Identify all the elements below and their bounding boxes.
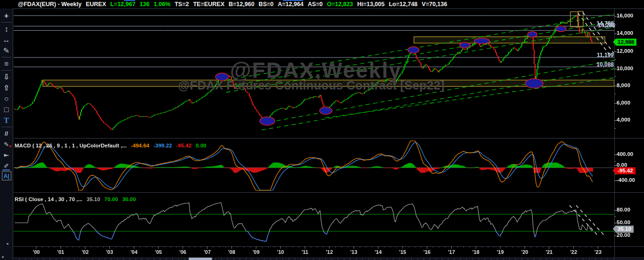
rsi-axis-label: 20.00 <box>617 232 630 238</box>
crosshair-tool[interactable]: + <box>1 10 12 21</box>
price-axis-label: 14,000 <box>617 30 633 36</box>
toolbar-separator <box>1 57 12 57</box>
price-level-label: 10,088 <box>589 61 614 68</box>
badge-pointer <box>613 39 616 45</box>
badge-pointer <box>613 167 616 174</box>
year-label: '00 <box>33 249 40 255</box>
label-tool[interactable]: A| <box>2 171 11 180</box>
titlebar-field-0: @FDAX(EUR) - Weekly <box>18 1 82 8</box>
rsi-study-label-part-3: 30.00 <box>122 196 136 202</box>
blue-underline <box>2 170 10 171</box>
macd-axis-value-badge: -95.42 <box>616 167 636 174</box>
arrow-up-tool[interactable]: ⇧ <box>1 82 12 93</box>
trading-app-window: @FDAX(EUR) - WeeklyEUREXL=12,9671361.06%… <box>0 0 644 260</box>
year-label: '23 <box>594 249 602 255</box>
year-label: '04 <box>131 249 138 255</box>
chart-canvas[interactable] <box>0 0 644 260</box>
rsi-axis-label: 50.00 <box>617 219 630 225</box>
price-axis-tick <box>614 16 617 16</box>
year-label: '02 <box>82 249 89 255</box>
rsi-axis-tick <box>614 210 617 211</box>
macd-axis-minor-tick <box>614 174 616 175</box>
year-label: '10 <box>277 249 284 255</box>
macd-axis-tick <box>614 165 617 166</box>
year-label: '06 <box>179 249 186 255</box>
shift-left-tool[interactable]: ⇤ <box>1 150 12 161</box>
macd-study-label-part-4: 0.00 <box>196 143 206 148</box>
draw-line-tool[interactable]: ✎ <box>1 45 12 56</box>
titlebar-field-5: TS=2 <box>174 1 189 8</box>
macd-study-label-part-1: -494.64 <box>131 143 149 148</box>
year-label: '20 <box>521 249 528 255</box>
rsi-study-label-part-2: 70.00 <box>105 196 118 202</box>
price-axis-tick <box>614 86 617 86</box>
macd-axis-label: 400.00 <box>617 151 633 157</box>
toolbar-separator <box>1 127 12 127</box>
chart-watermark-description: @FDAX Futures Continuous Contract [Sep22… <box>156 78 467 93</box>
titlebar-field-4: 1.06% <box>154 1 170 8</box>
price-axis-tick <box>614 51 617 52</box>
rsi-axis-value-badge: 35.10 <box>616 226 634 233</box>
year-label: '14 <box>375 249 382 255</box>
price-level-label: 11,199 <box>589 52 614 58</box>
year-label: '01 <box>57 249 64 255</box>
arrow-down-tool[interactable]: ⇩ <box>1 72 12 82</box>
year-label: '08 <box>228 249 235 255</box>
titlebar-field-13: Lo=12,748 <box>389 1 418 8</box>
rsi-study-label-part-1: 35.10 <box>87 196 100 202</box>
year-label: '03 <box>106 249 113 255</box>
macd-axis-tick <box>614 154 617 155</box>
badge-pointer <box>613 226 616 232</box>
text-tool[interactable]: T <box>1 115 12 126</box>
year-label: '21 <box>545 249 553 255</box>
year-label: '22 <box>570 249 577 255</box>
titlebar-field-6: TE=EUREX <box>193 1 224 8</box>
macd-study-label: MACD ( 12 , 26 , 9 , 1 , 1 , UpColorDefa… <box>15 141 211 149</box>
titlebar-field-1: EUREX <box>86 1 106 8</box>
menu-tool[interactable]: ≡ <box>1 58 12 69</box>
price-axis-label: 8,000 <box>617 82 630 88</box>
ellipse-tool[interactable]: ○ <box>1 93 12 104</box>
vertical-scale-tool[interactable]: ↕ <box>1 24 12 34</box>
top-edge-artifact <box>283 0 303 1</box>
titlebar-field-2: L=12,967 <box>110 1 135 8</box>
toolbar-collapse-arrow[interactable]: ◂ <box>6 241 8 246</box>
year-label: '05 <box>155 249 162 255</box>
delete-drawing-tool[interactable]: ✎✕ <box>1 139 12 150</box>
price-axis-label: 16,000 <box>617 13 633 18</box>
price-axis-label: 4,000 <box>617 117 630 122</box>
price-axis-tick <box>614 69 617 69</box>
horizontal-scale-tool[interactable]: ↔ <box>1 34 12 45</box>
price-axis-minor-tick <box>614 94 616 94</box>
rsi-axis-tick <box>614 223 617 223</box>
price-axis-minor-tick <box>614 128 616 129</box>
price-axis-label: 10,000 <box>617 65 633 71</box>
rectangle-tool[interactable]: □ <box>1 104 12 115</box>
parallel-lines-tool[interactable]: // <box>1 128 12 139</box>
scrollbar-thumb[interactable] <box>189 258 212 260</box>
price-axis-minor-tick <box>614 59 616 60</box>
macd-study-label-part-0: MACD ( 12 , 26 , 9 , 1 , 1 , UpColorDefa… <box>15 143 127 148</box>
scroll-left-arrow[interactable]: ◂ <box>1 254 4 259</box>
titlebar-field-12: Hi=13,005 <box>357 1 385 8</box>
year-label: '16 <box>423 249 430 255</box>
titlebar-field-9: A=12,964 <box>278 1 304 8</box>
year-label: '19 <box>497 249 504 255</box>
rsi-axis-label: 80.00 <box>617 207 630 212</box>
highlight-tool[interactable]: ✐ <box>1 161 12 171</box>
price-axis-label: 12,000 <box>617 48 633 54</box>
titlebar-field-3: 136 <box>140 1 149 8</box>
year-label: '13 <box>350 249 357 255</box>
title-bar: @FDAX(EUR) - WeeklyEUREXL=12,9671361.06%… <box>0 0 644 8</box>
year-label: '15 <box>399 249 406 255</box>
titlebar-field-10: AS=0 <box>308 1 323 8</box>
price-axis-tick <box>614 103 617 104</box>
price-axis-value-badge: 12,988 <box>616 39 636 46</box>
price-axis-minor-tick <box>614 76 616 77</box>
titlebar-field-8: BS=0 <box>259 1 274 8</box>
rsi-axis-minor-tick <box>614 216 616 217</box>
toolbar-separator <box>1 22 12 23</box>
price-axis-label: 6,000 <box>617 100 630 106</box>
macd-study-label-part-2: -399.22 <box>154 143 172 148</box>
year-label: '17 <box>448 249 455 255</box>
